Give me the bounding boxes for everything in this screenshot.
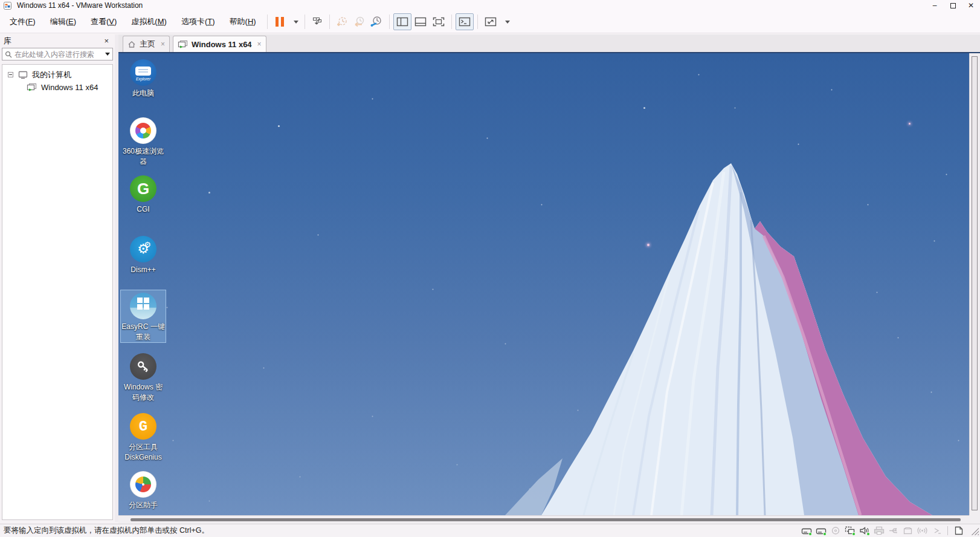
desktop-icon-label: 此电脑	[121, 88, 166, 99]
vm-icon	[27, 83, 37, 92]
minimize-button[interactable]: –	[926, 0, 944, 11]
fullscreen-icon	[432, 16, 445, 27]
search-dropdown-icon[interactable]	[105, 53, 110, 56]
library-panel-icon	[396, 16, 409, 27]
send-ctrl-alt-del-button[interactable]	[309, 13, 326, 30]
close-button[interactable]: ✕	[962, 0, 980, 11]
home-icon	[127, 41, 136, 48]
stretch-icon	[484, 16, 497, 27]
tree-item-my-computer[interactable]: 我的计算机	[2, 68, 112, 81]
sound-icon[interactable]	[859, 526, 870, 535]
stretch-dropdown[interactable]	[500, 13, 512, 30]
menu-view[interactable]: 查看(V)	[83, 14, 124, 30]
resize-grip[interactable]	[970, 526, 979, 535]
computer-icon	[18, 71, 28, 79]
cd-dvd-icon[interactable]	[830, 526, 841, 535]
hard-disk-2-icon[interactable]	[815, 526, 827, 535]
cgi-icon: G	[130, 175, 156, 202]
menu-vm[interactable]: 虚拟机(M)	[124, 14, 174, 30]
horizontal-scrollbar-thumb[interactable]	[131, 518, 961, 521]
message-log-icon[interactable]	[953, 526, 964, 535]
network-adapter-icon[interactable]	[844, 526, 856, 535]
desktop-icon-diskgenius[interactable]: G 分区工具 DiskGenius	[121, 411, 166, 463]
sound-capture-icon[interactable]	[917, 526, 928, 535]
maximize-icon	[950, 3, 956, 8]
toolbar-separator	[305, 15, 305, 29]
mountain-wallpaper	[118, 53, 969, 515]
desktop-icon-windows-password[interactable]: Windows 密 码修改	[121, 351, 166, 403]
tree-collapse-icon[interactable]	[8, 72, 13, 77]
console-icon	[458, 16, 471, 27]
connected-dot	[852, 532, 856, 536]
library-title: 库	[4, 36, 11, 47]
ctrl-alt-del-icon	[311, 16, 323, 28]
tab-home[interactable]: 主页 ×	[123, 36, 170, 52]
snapshot-manager-icon	[370, 16, 383, 28]
desktop-icon-easyrc-selected[interactable]: EasyRC 一键 重装	[121, 290, 166, 342]
take-snapshot-button[interactable]	[334, 13, 350, 30]
status-message: 要将输入定向到该虚拟机，请在虚拟机内部单击或按 Ctrl+G。	[4, 526, 209, 536]
desktop-icon-label: 分区工具 DiskGenius	[121, 442, 166, 463]
menu-edit[interactable]: 编辑(E)	[43, 14, 83, 30]
menu-file[interactable]: 文件(F)	[2, 14, 43, 30]
desktop-icon-label: EasyRC 一键 重装	[121, 322, 166, 342]
tab-windows-11-x64[interactable]: Windows 11 x64 ×	[173, 36, 266, 52]
pause-dropdown[interactable]	[288, 13, 301, 30]
easyrc-icon	[130, 293, 156, 319]
vm-console-display[interactable]: Explorer 此电脑 360极速浏览 器 G CGI ⚙ ⚙ Dism++ …	[118, 53, 969, 515]
statusbar-divider	[947, 526, 948, 535]
pause-button[interactable]	[271, 13, 288, 30]
vertical-scrollbar-thumb[interactable]	[972, 56, 978, 510]
snapshot-plus-icon	[336, 16, 348, 28]
hard-disk-icon[interactable]	[801, 526, 812, 535]
show-library-toggle[interactable]	[393, 13, 411, 30]
connected-dot	[823, 532, 827, 536]
printer-icon[interactable]	[873, 526, 885, 535]
search-input[interactable]	[15, 50, 103, 59]
desktop-icon-dism[interactable]: ⚙ ⚙ Dism++	[121, 233, 166, 275]
pause-icon	[276, 17, 284, 27]
shared-folder-icon[interactable]	[902, 526, 914, 535]
toolbar-separator	[477, 15, 478, 29]
title-bar: Windows 11 x64 - VMware Workstation – ✕	[0, 0, 980, 11]
desktop-icon-360-browser[interactable]: 360极速浏览 器	[121, 115, 166, 167]
connected-dot	[866, 532, 870, 536]
revert-snapshot-button[interactable]	[350, 13, 367, 30]
menu-help[interactable]: 帮助(H)	[222, 14, 263, 30]
library-close-button[interactable]: ×	[102, 36, 111, 45]
console-view-toggle[interactable]	[456, 13, 474, 30]
serial-port-icon[interactable]	[931, 526, 943, 535]
vertical-scrollbar[interactable]	[969, 53, 980, 515]
desktop-icon-label: 分区助手	[121, 500, 166, 510]
toolbar-separator	[329, 15, 330, 29]
tab-label: Windows 11 x64	[192, 40, 252, 49]
maximize-button[interactable]	[944, 0, 962, 11]
vm-icon	[178, 40, 188, 49]
chevron-down-icon	[505, 21, 510, 24]
menu-toolbar-row: 文件(F) 编辑(E) 查看(V) 虚拟机(M) 选项卡(T) 帮助(H)	[0, 11, 980, 33]
key-icon	[130, 353, 156, 380]
snapshot-revert-icon	[353, 16, 365, 28]
horizontal-scrollbar[interactable]	[118, 515, 969, 524]
show-thumbnail-bar-toggle[interactable]	[411, 13, 430, 30]
tab-close-icon[interactable]: ×	[257, 40, 262, 48]
usb-icon[interactable]	[888, 526, 899, 535]
this-pc-icon: Explorer	[130, 59, 156, 86]
desktop-icon-cgi[interactable]: G CGI	[121, 173, 166, 215]
desktop-icon-partition-assistant[interactable]: 分区助手	[121, 469, 166, 510]
tree-item-label: 我的计算机	[32, 70, 71, 80]
library-search-box	[2, 48, 113, 60]
explorer-badge: Explorer	[136, 77, 150, 81]
desktop-icon-this-pc[interactable]: Explorer 此电脑	[121, 57, 166, 99]
fullscreen-button[interactable]	[430, 13, 448, 30]
partition-assistant-icon	[130, 471, 156, 498]
stretch-guest-button[interactable]	[482, 13, 500, 30]
tree-item-windows-11-x64[interactable]: Windows 11 x64	[2, 81, 112, 94]
vm-library-tree: 我的计算机 Windows 11 x64	[2, 64, 113, 520]
menu-tabs[interactable]: 选项卡(T)	[174, 14, 222, 30]
tab-close-icon[interactable]: ×	[161, 40, 165, 48]
dism-icon: ⚙ ⚙	[130, 236, 156, 262]
tab-label: 主页	[140, 39, 155, 50]
snapshot-manager-button[interactable]	[367, 13, 385, 30]
diskgenius-icon: G	[130, 413, 156, 440]
